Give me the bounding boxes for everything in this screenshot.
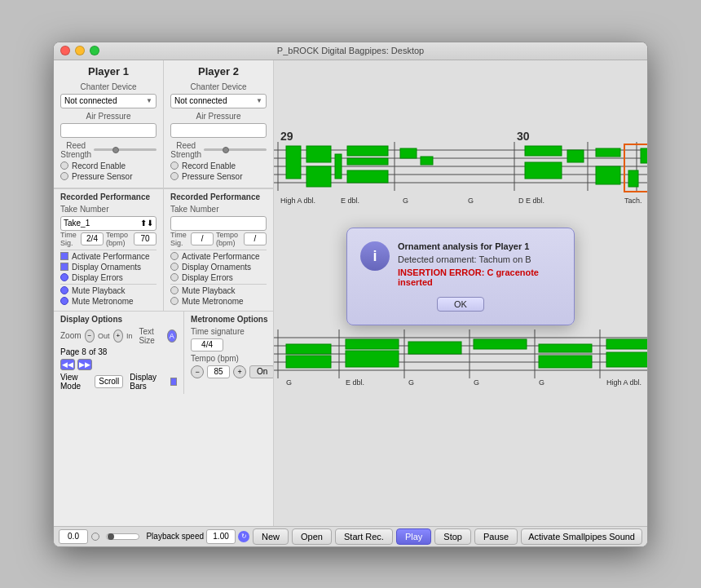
view-mode-row: View Mode Scroll Display Bars (60, 373, 177, 391)
player1-reed-slider-row: Reed Strength (60, 141, 157, 159)
player1-errors-row: Display Errors (60, 273, 157, 282)
modal-title: Ornament analysis for Player 1 (398, 241, 561, 251)
page-prev-button[interactable]: ◀◀ (60, 359, 75, 370)
page-next-button[interactable]: ▶▶ (77, 359, 92, 370)
player2-chanter-device[interactable]: Not connected ▼ (170, 94, 267, 108)
modal-detected-line: Detected ornament: Tachum on B (398, 254, 561, 264)
bottom-toolbar: Playback speed ↻ New Open Start Rec. Pla… (54, 526, 647, 546)
activate-sound-button[interactable]: Activate Smallpipes Sound (521, 528, 642, 545)
player2-reed-slider[interactable] (204, 148, 267, 151)
page-label: Page (60, 347, 79, 356)
display-options-title: Display Options (60, 315, 177, 324)
metro-tempo-label: Tempo (bpm) (191, 354, 239, 363)
player2-mute-metro-row: Mute Metronome (170, 297, 267, 306)
player2-air-pressure-input[interactable] (170, 123, 267, 138)
player2-ornaments-label: Display Ornaments (182, 263, 251, 272)
player1-record-enable-radio[interactable] (60, 161, 68, 170)
speed-icon[interactable]: ↻ (238, 531, 249, 542)
display-bars-checkbox[interactable] (170, 378, 177, 386)
player2-mute-metro-label: Mute Metronome (182, 297, 244, 306)
volume-input[interactable] (59, 529, 88, 544)
player1-pressure-sensor-radio[interactable] (60, 172, 68, 180)
stop-button[interactable]: Stop (434, 528, 471, 545)
player2-record-enable-radio[interactable] (170, 161, 179, 170)
metro-tempo-down-button[interactable]: − (191, 365, 204, 378)
player1-record-enable-label: Record Enable (72, 161, 126, 170)
player2-take-label: Take Number (170, 205, 218, 214)
display-options-col: Display Options Zoom − Out + In Text Siz… (54, 312, 184, 394)
stepper-icon: ⬆⬇ (140, 219, 153, 228)
sheet-canvas: 29 30 (274, 60, 647, 526)
close-button[interactable] (60, 46, 70, 55)
player1-mute-playback-row: Mute Playback (60, 286, 157, 295)
player1-air-pressure-input[interactable] (60, 123, 157, 138)
view-mode-dropdown[interactable]: Scroll (95, 375, 123, 388)
player1-column: Player 1 Chanter Device Not connected ▼ … (54, 60, 164, 188)
metro-tempo-input[interactable] (207, 365, 230, 378)
player1-mute-metro-radio[interactable] (60, 297, 68, 305)
player1-mute-metro-label: Mute Metronome (72, 297, 134, 306)
player1-reed-slider[interactable] (94, 148, 157, 151)
play-button[interactable]: Play (396, 528, 431, 545)
chevron-down-icon-2: ▼ (256, 97, 262, 104)
zoom-in-button[interactable]: + (113, 329, 123, 343)
player2-tempo-input[interactable] (244, 232, 267, 245)
player1-errors-radio[interactable] (60, 273, 68, 281)
progress-thumb (108, 533, 114, 540)
zoom-out-button[interactable]: − (85, 329, 95, 343)
player1-mute-playback-radio[interactable] (60, 286, 68, 294)
player2-air-pressure-label: Air Pressure (170, 112, 267, 121)
metro-time-sig-input[interactable] (191, 338, 223, 351)
player1-time-sig-input[interactable] (81, 232, 104, 245)
open-button[interactable]: Open (292, 528, 332, 545)
player2-tempo-label: Tempo (bpm) (216, 231, 241, 247)
metro-tempo-up-button[interactable]: + (233, 365, 246, 378)
player2-ornaments-radio[interactable] (170, 263, 179, 271)
player1-tempo-label: Tempo (bpm) (106, 231, 131, 247)
page-total: 38 (98, 347, 107, 356)
player2-time-sig-input[interactable] (191, 232, 214, 245)
player1-ornaments-checkbox[interactable] (60, 263, 68, 271)
metro-tempo-row: Tempo (bpm) (191, 354, 274, 363)
text-size-button[interactable]: A (167, 329, 177, 343)
start-rec-button[interactable]: Start Rec. (335, 528, 393, 545)
player1-air-pressure-label: Air Pressure (60, 112, 157, 121)
player2-activate-radio[interactable] (170, 252, 179, 260)
player2-mute-metro-radio[interactable] (170, 297, 179, 305)
zoom-label: Zoom (60, 331, 82, 340)
player2-errors-row: Display Errors (170, 273, 267, 282)
metro-time-sig-label: Time signature (191, 327, 245, 336)
playback-speed-input[interactable] (206, 529, 236, 544)
modal-overlay: i Ornament analysis for Player 1 Detecte… (274, 60, 647, 526)
volume-knob[interactable] (91, 533, 99, 541)
player1-time-sig-label: Time Sig. (60, 231, 78, 247)
player1-take-dropdown[interactable]: Take_1 ⬆⬇ (60, 216, 157, 231)
pause-button[interactable]: Pause (474, 528, 518, 545)
progress-bar[interactable] (106, 533, 139, 540)
player2-mute-playback-label: Mute Playback (182, 286, 236, 295)
player1-chanter-device[interactable]: Not connected ▼ (60, 94, 157, 108)
info-icon: i (360, 241, 390, 271)
player1-pressure-sensor-row: Pressure Sensor (60, 172, 157, 181)
player2-activate-label: Activate Performance (182, 252, 260, 261)
player1-record-enable-row: Record Enable (60, 161, 157, 170)
ornament-analysis-dialog: i Ornament analysis for Player 1 Detecte… (346, 228, 575, 325)
view-mode-label: View Mode (60, 373, 91, 391)
sheet-music-area: 29 30 (274, 60, 647, 526)
playback-speed-control: Playback speed ↻ (146, 529, 249, 544)
minimize-button[interactable] (75, 46, 85, 55)
modal-ok-button[interactable]: OK (437, 297, 484, 312)
player1-chanter-label: Chanter Device (60, 82, 157, 91)
player2-pressure-sensor-radio[interactable] (170, 172, 179, 180)
modal-footer: OK (360, 297, 561, 312)
player2-take-dropdown[interactable] (170, 216, 267, 231)
player1-tempo-input[interactable] (134, 232, 157, 245)
player2-mute-playback-radio[interactable] (170, 286, 179, 294)
metro-on-button[interactable]: On (249, 365, 274, 378)
player2-reed-label: Reed Strength (170, 141, 201, 159)
player2-errors-radio[interactable] (170, 273, 179, 281)
player1-activate-checkbox[interactable] (60, 252, 68, 260)
maximize-button[interactable] (90, 46, 99, 55)
new-button[interactable]: New (253, 528, 289, 545)
playback-speed-label: Playback speed (146, 532, 204, 541)
